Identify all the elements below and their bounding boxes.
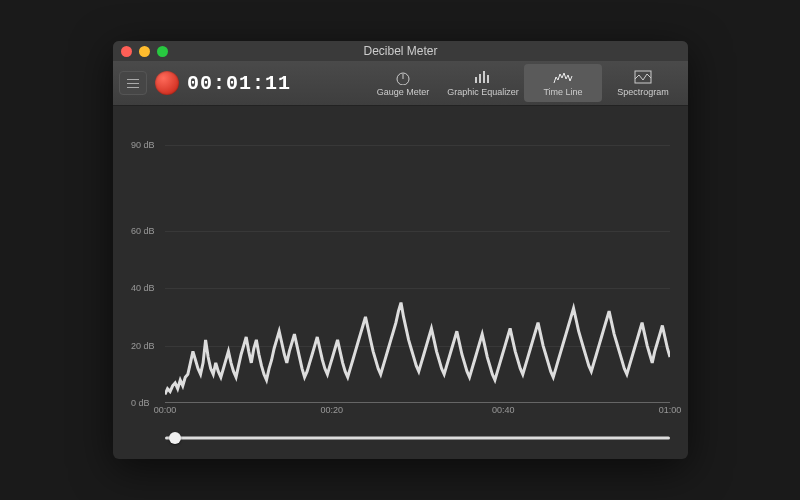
tab-label: Time Line	[543, 87, 582, 97]
menu-button[interactable]	[119, 71, 147, 95]
view-mode-tabs: Gauge Meter Graphic Equalizer Time Line …	[364, 64, 682, 102]
gridline	[165, 346, 670, 347]
elapsed-timer: 00:01:11	[187, 72, 291, 95]
scrubber-track	[165, 437, 670, 440]
scrubber-thumb[interactable]	[169, 432, 181, 444]
y-tick-label: 40 dB	[131, 283, 155, 293]
svg-rect-3	[479, 74, 481, 83]
tab-label: Spectrogram	[617, 87, 669, 97]
timeline-icon	[553, 69, 573, 85]
equalizer-icon	[473, 69, 493, 85]
app-window: Decibel Meter 00:01:11 Gauge Meter Graph…	[113, 41, 688, 459]
minimize-button[interactable]	[139, 46, 150, 57]
svg-rect-4	[483, 71, 485, 83]
y-tick-label: 60 dB	[131, 226, 155, 236]
window-title: Decibel Meter	[113, 44, 688, 58]
svg-rect-2	[475, 77, 477, 83]
chart-area: 0 dB20 dB40 dB60 dB90 dB 00:0000:2000:40…	[113, 106, 688, 425]
tab-gauge-meter[interactable]: Gauge Meter	[364, 64, 442, 102]
tab-time-line[interactable]: Time Line	[524, 64, 602, 102]
y-tick-label: 0 dB	[131, 398, 150, 408]
x-tick-label: 00:20	[320, 405, 343, 415]
zoom-button[interactable]	[157, 46, 168, 57]
record-button[interactable]	[155, 71, 179, 95]
x-tick-label: 01:00	[659, 405, 682, 415]
tab-graphic-equalizer[interactable]: Graphic Equalizer	[444, 64, 522, 102]
playback-scrubber[interactable]	[165, 429, 670, 447]
svg-rect-5	[487, 75, 489, 83]
y-tick-label: 20 dB	[131, 341, 155, 351]
toolbar: 00:01:11 Gauge Meter Graphic Equalizer T…	[113, 61, 688, 106]
titlebar[interactable]: Decibel Meter	[113, 41, 688, 61]
tab-label: Gauge Meter	[377, 87, 430, 97]
gridline	[165, 231, 670, 232]
x-axis-ticks: 00:0000:2000:4001:00	[165, 405, 670, 419]
x-tick-label: 00:00	[154, 405, 177, 415]
tab-spectrogram[interactable]: Spectrogram	[604, 64, 682, 102]
close-button[interactable]	[121, 46, 132, 57]
timeline-plot: 0 dB20 dB40 dB60 dB90 dB	[131, 116, 670, 403]
gridline	[165, 145, 670, 146]
gridline	[165, 288, 670, 289]
x-axis	[165, 402, 670, 403]
gauge-icon	[393, 69, 413, 85]
waveform-line	[165, 303, 670, 395]
traffic-lights	[113, 46, 168, 57]
tab-label: Graphic Equalizer	[447, 87, 519, 97]
spectrogram-icon	[633, 69, 653, 85]
x-tick-label: 00:40	[492, 405, 515, 415]
y-tick-label: 90 dB	[131, 140, 155, 150]
